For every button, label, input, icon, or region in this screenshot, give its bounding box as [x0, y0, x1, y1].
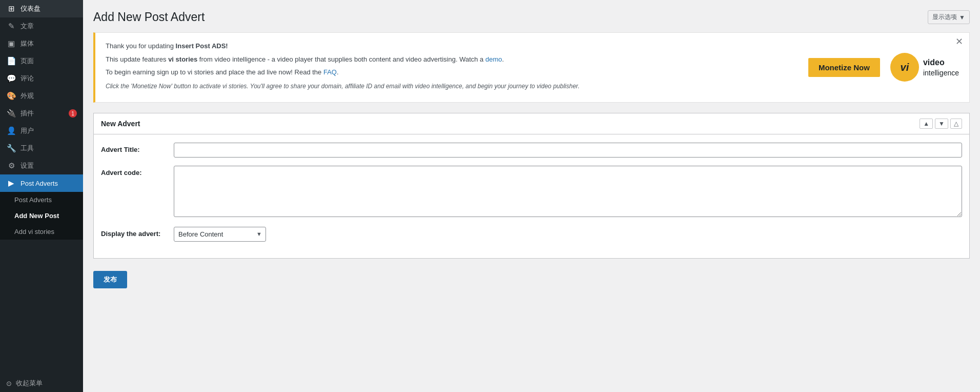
display-advert-select-wrap: Before Content After Content In Content … — [174, 227, 266, 242]
form-card-header: New Advert ▲ ▼ △ — [94, 113, 969, 134]
vi-text: video intelligence — [923, 57, 959, 77]
collapse-menu-button[interactable]: ⊙ 收起菜单 — [0, 375, 83, 392]
sidebar-item-label: 文章 — [21, 22, 77, 31]
sidebar-item-posts[interactable]: ✎ 文章 — [0, 17, 83, 35]
advert-title-row: Advert Title: — [101, 143, 962, 158]
sidebar-item-media[interactable]: ▣ 媒体 — [0, 35, 83, 52]
advert-code-label: Advert code: — [101, 166, 168, 177]
scroll-up-button[interactable]: ▲ — [920, 119, 933, 129]
vi-stories-bold: vi stories — [168, 55, 197, 63]
sidebar-item-label: 评论 — [21, 74, 77, 83]
advert-title-input[interactable] — [174, 143, 962, 158]
advert-code-textarea[interactable] — [174, 166, 962, 217]
sidebar-item-label: 插件 — [21, 109, 65, 118]
sidebar-item-pages[interactable]: 📄 页面 — [0, 52, 83, 70]
sidebar-item-dashboard[interactable]: ⊞ 仪表盘 — [0, 0, 83, 17]
screen-options-label: 显示选项 — [932, 13, 957, 22]
tools-icon: 🔧 — [6, 144, 16, 153]
sidebar-bottom: ⊙ 收起菜单 — [0, 375, 83, 392]
submit-area: 发布 — [93, 269, 970, 290]
pages-icon: 📄 — [6, 56, 16, 66]
post-adverts-icon: ▶ — [6, 179, 16, 188]
sidebar: ⊞ 仪表盘 ✎ 文章 ▣ 媒体 📄 页面 💬 评论 🎨 外观 🔌 插件 1 👤 … — [0, 0, 83, 392]
top-bar: Add New Post Advert 显示选项 ▼ — [93, 10, 970, 24]
notification-line3: To begin earning sign up to vi stories a… — [106, 67, 798, 77]
dashboard-icon: ⊞ — [6, 4, 16, 13]
sidebar-item-add-new-post[interactable]: Add New Post — [0, 208, 83, 224]
sidebar-item-label: 工具 — [21, 144, 77, 153]
notification-italic-note: Click the 'Monetize Now' button to activ… — [106, 82, 798, 91]
sidebar-item-label: 仪表盘 — [21, 4, 77, 13]
sidebar-item-users[interactable]: 👤 用户 — [0, 122, 83, 140]
notification-right: Monetize Now vi video intelligence — [808, 53, 959, 82]
users-icon: 👤 — [6, 126, 16, 135]
collapse-card-button[interactable]: △ — [950, 119, 962, 129]
sidebar-submenu-post-adverts: Post Adverts Add New Post Add vi stories — [0, 192, 83, 240]
notification-content: Thank you for updating Insert Post ADS! … — [106, 41, 798, 94]
vi-text-line1: video — [923, 57, 959, 68]
monetize-now-button[interactable]: Monetize Now — [808, 58, 880, 77]
sidebar-item-label: Post Adverts — [21, 180, 77, 187]
sidebar-item-label: 设置 — [21, 161, 77, 170]
sidebar-item-label: 媒体 — [21, 39, 77, 48]
advert-title-wrap — [174, 143, 962, 158]
advert-title-label: Advert Title: — [101, 143, 168, 153]
media-icon: ▣ — [6, 39, 16, 48]
vi-circle: vi — [890, 53, 919, 82]
sidebar-item-appearance[interactable]: 🎨 外观 — [0, 87, 83, 105]
comments-icon: 💬 — [6, 74, 16, 83]
sidebar-item-plugins[interactable]: 🔌 插件 1 — [0, 105, 83, 122]
sidebar-item-comments[interactable]: 💬 评论 — [0, 70, 83, 87]
sidebar-item-post-adverts[interactable]: ▶ Post Adverts — [0, 174, 83, 192]
main-content: Add New Post Advert 显示选项 ▼ Thank you for… — [83, 0, 980, 392]
sidebar-submenu-label: Post Adverts — [14, 196, 77, 204]
notification-banner: Thank you for updating Insert Post ADS! … — [93, 32, 970, 103]
notification-title-bold: Insert Post ADS! — [176, 42, 228, 50]
display-advert-row: Display the advert: Before Content After… — [101, 227, 962, 242]
screen-options-button[interactable]: 显示选项 ▼ — [928, 10, 970, 24]
display-advert-wrap: Before Content After Content In Content … — [174, 227, 962, 242]
display-advert-label: Display the advert: — [101, 227, 168, 238]
vi-text-line2: intelligence — [923, 69, 959, 77]
plugins-icon: 🔌 — [6, 109, 16, 118]
page-title: Add New Post Advert — [93, 10, 205, 24]
sidebar-item-add-vi-stories[interactable]: Add vi stories — [0, 224, 83, 240]
sidebar-item-settings[interactable]: ⚙ 设置 — [0, 157, 83, 174]
header-controls: ▲ ▼ △ — [920, 119, 962, 129]
notification-line1: Thank you for updating Insert Post ADS! — [106, 41, 798, 51]
sidebar-item-label: 外观 — [21, 91, 77, 101]
sidebar-item-label: 页面 — [21, 56, 77, 66]
collapse-icon: ⊙ — [6, 380, 12, 387]
advert-code-row: Advert code: — [101, 166, 962, 219]
sidebar-item-tools[interactable]: 🔧 工具 — [0, 140, 83, 157]
faq-link[interactable]: FAQ — [323, 68, 337, 76]
form-card-title: New Advert — [101, 120, 140, 128]
vi-logo: vi video intelligence — [890, 53, 959, 82]
display-advert-select[interactable]: Before Content After Content In Content — [174, 227, 266, 242]
sidebar-item-label: 用户 — [21, 126, 77, 135]
close-banner-button[interactable]: ✕ — [955, 37, 963, 46]
form-card: New Advert ▲ ▼ △ Advert Title: Advert co… — [93, 113, 970, 259]
advert-code-wrap — [174, 166, 962, 219]
sidebar-submenu-label: Add vi stories — [14, 228, 77, 236]
sidebar-item-post-adverts-list[interactable]: Post Adverts — [0, 192, 83, 208]
notification-line2: This update features vi stories from vid… — [106, 54, 798, 65]
demo-link[interactable]: demo — [485, 55, 502, 63]
form-card-body: Advert Title: Advert code: Display the a… — [94, 134, 969, 258]
posts-icon: ✎ — [6, 22, 16, 31]
settings-icon: ⚙ — [6, 161, 16, 170]
chevron-down-icon: ▼ — [959, 14, 965, 21]
scroll-down-button[interactable]: ▼ — [935, 119, 948, 129]
sidebar-submenu-label: Add New Post — [14, 212, 77, 220]
collapse-menu-label: 收起菜单 — [16, 379, 43, 388]
appearance-icon: 🎨 — [6, 91, 16, 101]
plugins-badge: 1 — [69, 109, 77, 117]
publish-button[interactable]: 发布 — [93, 271, 127, 288]
